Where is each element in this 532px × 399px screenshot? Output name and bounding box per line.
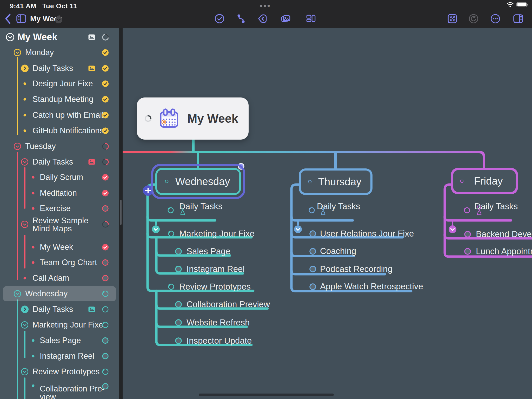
chevron-down-circle-icon[interactable] <box>14 49 21 56</box>
node-user-relations-jour-fixe[interactable]: User Relations Jour Fixe <box>320 228 414 239</box>
task-dot[interactable] <box>176 302 181 307</box>
open-circle[interactable] <box>102 383 109 390</box>
check-icon[interactable] <box>102 127 109 134</box>
progress-ring[interactable] <box>102 158 109 166</box>
node-review-prototypes[interactable]: Review Prototypes <box>179 282 251 292</box>
node-podcast-recording[interactable]: Podcast Recording <box>320 264 393 274</box>
task-dot[interactable] <box>176 266 181 272</box>
check-icon[interactable] <box>102 65 109 72</box>
check-icon[interactable] <box>102 244 109 251</box>
sidebar-row-wednesday[interactable]: Wednesday <box>0 286 119 302</box>
sidebar-row-call-adam[interactable]: Call Adam <box>0 270 119 286</box>
progress-ring[interactable] <box>168 208 173 213</box>
node-thursday[interactable]: Thursday <box>299 168 373 195</box>
task-dot[interactable] <box>465 248 470 254</box>
task-dot[interactable] <box>176 320 181 325</box>
task-dot[interactable] <box>465 231 470 237</box>
sidebar-row-instagram-reel[interactable]: Instagram Reel <box>0 348 119 364</box>
mind-map-canvas[interactable]: My Week Wednesday Thursday Friday Daily … <box>123 28 532 399</box>
progress-ring[interactable] <box>309 208 314 213</box>
node-backend-development[interactable]: Backend Develo <box>476 229 532 239</box>
node-apple-watch-retrospective[interactable]: Apple Watch Retrospective <box>320 281 423 292</box>
more-icon[interactable] <box>490 13 501 24</box>
sidebar-row-sales-page[interactable]: Sales Page <box>0 333 119 348</box>
node-coaching[interactable]: Coaching <box>320 246 356 256</box>
sidebar-row-monday[interactable]: Monday <box>0 45 119 60</box>
collapse-toggle[interactable] <box>152 225 160 233</box>
media-icon[interactable] <box>280 13 291 24</box>
collapse-toggle[interactable] <box>294 225 302 233</box>
chevron-down-circle-icon[interactable] <box>21 368 29 376</box>
node-marketing-jour-fixe[interactable]: Marketing Jour Fixe <box>179 228 255 239</box>
sidebar-scrollbar[interactable] <box>120 200 122 225</box>
sidebar-row-review-prototypes[interactable]: Review Prototypes <box>0 364 119 380</box>
undo-icon[interactable] <box>468 13 479 24</box>
sidebar-row-exercise[interactable]: Exercise <box>0 201 119 216</box>
collapse-toggle[interactable] <box>449 225 456 233</box>
layout-icon[interactable] <box>305 13 317 24</box>
check-icon[interactable] <box>102 49 109 56</box>
node-website-refresh[interactable]: Website Refresh <box>187 317 250 328</box>
node-inspector-update[interactable]: Inspector Update <box>187 336 252 346</box>
task-check-icon[interactable] <box>214 13 225 24</box>
chevron-down-circle-icon[interactable] <box>21 321 29 329</box>
node-collaboration-preview[interactable]: Collaboration Preview <box>187 299 270 310</box>
check-icon[interactable] <box>102 112 109 119</box>
sidebar-row-catch-up-with-emails[interactable]: Catch up with Emails <box>0 107 119 123</box>
sidebar-row-daily-scrum[interactable]: Daily Scrum <box>0 169 119 185</box>
sidebar-row-github-notifications[interactable]: GitHub Notifications <box>0 123 119 139</box>
empty-ring[interactable] <box>102 368 109 375</box>
sidebar-row-design-jour-fixe[interactable]: Design Jour Fixe <box>0 76 119 91</box>
sidebar-row-daily-tasks-tue[interactable]: Daily Tasks <box>0 154 119 170</box>
task-dot[interactable] <box>176 248 181 254</box>
progress-ring[interactable] <box>102 34 109 41</box>
progress-ring[interactable] <box>102 143 109 150</box>
node-sales-page[interactable]: Sales Page <box>187 246 230 257</box>
ellipsis-handle-icon[interactable]: ••• <box>260 2 271 10</box>
sidebar-toggle-icon[interactable] <box>16 13 27 24</box>
progress-ring[interactable] <box>169 284 174 289</box>
open-circle[interactable] <box>102 353 109 360</box>
task-dot[interactable] <box>310 266 316 272</box>
open-circle[interactable] <box>102 259 109 266</box>
progress-ring[interactable] <box>464 208 470 213</box>
tag-back-icon[interactable] <box>257 13 268 24</box>
check-icon[interactable] <box>102 80 109 87</box>
node-daily-tasks[interactable]: Daily Tasks <box>316 202 361 211</box>
chevron-down-circle-icon[interactable] <box>21 220 29 228</box>
node-lunch-appointment[interactable]: Lunch Appointm <box>476 246 532 257</box>
fit-screen-icon[interactable] <box>447 13 458 24</box>
chevron-down-circle-icon[interactable] <box>21 158 29 166</box>
node-connection-icon[interactable] <box>235 13 247 24</box>
task-dot[interactable] <box>176 338 181 344</box>
empty-ring[interactable] <box>102 322 109 329</box>
node-wednesday[interactable]: Wednesday <box>155 168 241 195</box>
task-dot[interactable] <box>310 231 316 237</box>
node-instagram-reel[interactable]: Instagram Reel <box>187 264 245 274</box>
check-icon[interactable] <box>102 174 109 181</box>
sidebar-row-my-week[interactable]: My Week <box>0 29 119 45</box>
sidebar-row-daily-tasks-mon[interactable]: Daily Tasks <box>0 61 119 76</box>
sidebar-row-daily-tasks-wed[interactable]: Daily Tasks <box>0 302 119 317</box>
sidebar-row-standup-meeting[interactable]: Standup Meeting <box>0 91 119 107</box>
canvas-horizontal-scrollbar[interactable] <box>199 394 334 396</box>
node-daily-tasks[interactable]: Daily Tasks <box>474 202 518 211</box>
inspector-panel-icon[interactable] <box>513 13 524 24</box>
progress-ring[interactable] <box>169 231 174 236</box>
check-icon[interactable] <box>102 96 109 103</box>
empty-ring[interactable] <box>102 290 109 297</box>
chevron-down-circle-icon[interactable] <box>6 33 15 42</box>
empty-ring[interactable] <box>102 306 109 313</box>
sidebar-row-meditation[interactable]: Meditation <box>0 185 119 201</box>
check-icon[interactable] <box>102 190 109 197</box>
open-circle[interactable] <box>102 205 109 212</box>
back-chevron-icon[interactable] <box>2 13 14 24</box>
progress-ring[interactable] <box>102 221 109 228</box>
sidebar-row-my-week-sub[interactable]: My Week <box>0 239 119 255</box>
open-circle[interactable] <box>102 275 109 282</box>
sidebar-row-marketing-jour-fixe[interactable]: Marketing Jour Fixe <box>0 317 119 333</box>
node-daily-tasks[interactable]: Daily Tasks <box>179 202 223 211</box>
root-node-my-week[interactable]: My Week <box>137 97 249 140</box>
task-dot[interactable] <box>310 248 316 254</box>
chevron-down-circle-icon[interactable] <box>14 142 21 150</box>
